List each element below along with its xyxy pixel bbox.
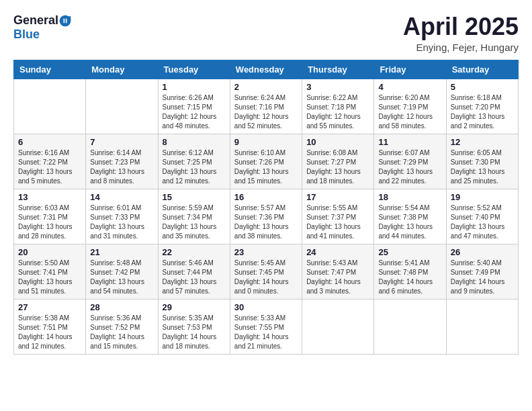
calendar-cell: 3Sunrise: 6:22 AM Sunset: 7:18 PM Daylig… — [302, 79, 374, 134]
day-number: 28 — [90, 302, 153, 312]
calendar-body: 1Sunrise: 6:26 AM Sunset: 7:15 PM Daylig… — [14, 79, 519, 354]
day-info: Sunrise: 5:43 AM Sunset: 7:47 PM Dayligh… — [306, 259, 369, 296]
day-info: Sunrise: 5:35 AM Sunset: 7:53 PM Dayligh… — [163, 314, 226, 351]
calendar-week-3: 13Sunrise: 6:03 AM Sunset: 7:31 PM Dayli… — [14, 189, 519, 244]
calendar-cell: 1Sunrise: 6:26 AM Sunset: 7:15 PM Daylig… — [158, 79, 230, 134]
page-header: General Blue April 2025 Enying, Fejer, H… — [13, 13, 519, 53]
day-info: Sunrise: 6:03 AM Sunset: 7:31 PM Dayligh… — [18, 203, 81, 241]
day-number: 24 — [306, 247, 369, 257]
calendar-cell: 19Sunrise: 5:52 AM Sunset: 7:40 PM Dayli… — [446, 189, 518, 244]
calendar-cell: 18Sunrise: 5:54 AM Sunset: 7:38 PM Dayli… — [374, 189, 446, 244]
calendar-cell: 13Sunrise: 6:03 AM Sunset: 7:31 PM Dayli… — [14, 189, 86, 244]
calendar-cell: 6Sunrise: 6:16 AM Sunset: 7:22 PM Daylig… — [14, 134, 86, 189]
location-title: Enying, Fejer, Hungary — [403, 42, 519, 53]
calendar-cell: 29Sunrise: 5:35 AM Sunset: 7:53 PM Dayli… — [158, 299, 230, 354]
day-number: 13 — [18, 192, 81, 202]
day-number: 30 — [234, 302, 298, 312]
day-number: 25 — [378, 247, 441, 257]
weekday-header-wednesday: Wednesday — [230, 60, 302, 79]
calendar-cell: 25Sunrise: 5:41 AM Sunset: 7:48 PM Dayli… — [374, 244, 446, 299]
day-info: Sunrise: 6:18 AM Sunset: 7:20 PM Dayligh… — [451, 93, 514, 131]
day-number: 8 — [163, 137, 226, 147]
logo-icon — [58, 14, 72, 28]
calendar-cell: 21Sunrise: 5:48 AM Sunset: 7:42 PM Dayli… — [86, 244, 158, 299]
logo-blue-text: Blue — [13, 28, 40, 41]
day-info: Sunrise: 5:40 AM Sunset: 7:49 PM Dayligh… — [451, 259, 514, 296]
day-number: 26 — [451, 247, 514, 257]
calendar-cell — [14, 79, 86, 134]
day-info: Sunrise: 6:14 AM Sunset: 7:23 PM Dayligh… — [90, 148, 153, 186]
calendar-cell: 22Sunrise: 5:46 AM Sunset: 7:44 PM Dayli… — [158, 244, 230, 299]
calendar-cell: 24Sunrise: 5:43 AM Sunset: 7:47 PM Dayli… — [302, 244, 374, 299]
calendar-week-5: 27Sunrise: 5:38 AM Sunset: 7:51 PM Dayli… — [14, 299, 519, 354]
calendar-cell: 7Sunrise: 6:14 AM Sunset: 7:23 PM Daylig… — [86, 134, 158, 189]
day-number: 21 — [90, 247, 153, 257]
weekday-header-sunday: Sunday — [14, 60, 86, 79]
calendar-cell: 17Sunrise: 5:55 AM Sunset: 7:37 PM Dayli… — [302, 189, 374, 244]
day-number: 2 — [234, 82, 298, 92]
day-number: 10 — [306, 137, 369, 147]
day-info: Sunrise: 5:48 AM Sunset: 7:42 PM Dayligh… — [90, 259, 153, 296]
calendar-cell: 14Sunrise: 6:01 AM Sunset: 7:33 PM Dayli… — [86, 189, 158, 244]
day-info: Sunrise: 5:59 AM Sunset: 7:34 PM Dayligh… — [163, 203, 226, 241]
day-number: 23 — [234, 247, 298, 257]
day-number: 20 — [18, 247, 81, 257]
calendar-cell: 9Sunrise: 6:10 AM Sunset: 7:26 PM Daylig… — [230, 134, 302, 189]
day-info: Sunrise: 5:52 AM Sunset: 7:40 PM Dayligh… — [451, 203, 514, 241]
calendar-cell: 2Sunrise: 6:24 AM Sunset: 7:16 PM Daylig… — [230, 79, 302, 134]
day-info: Sunrise: 5:54 AM Sunset: 7:38 PM Dayligh… — [378, 203, 441, 241]
weekday-header-saturday: Saturday — [446, 60, 518, 79]
calendar-cell: 12Sunrise: 6:05 AM Sunset: 7:30 PM Dayli… — [446, 134, 518, 189]
calendar-cell: 28Sunrise: 5:36 AM Sunset: 7:52 PM Dayli… — [86, 299, 158, 354]
calendar-cell: 23Sunrise: 5:45 AM Sunset: 7:45 PM Dayli… — [230, 244, 302, 299]
weekday-header-tuesday: Tuesday — [158, 60, 230, 79]
day-info: Sunrise: 5:46 AM Sunset: 7:44 PM Dayligh… — [163, 259, 226, 296]
day-info: Sunrise: 5:55 AM Sunset: 7:37 PM Dayligh… — [306, 203, 369, 241]
day-info: Sunrise: 6:26 AM Sunset: 7:15 PM Dayligh… — [163, 93, 226, 131]
day-info: Sunrise: 6:07 AM Sunset: 7:29 PM Dayligh… — [378, 148, 441, 186]
day-info: Sunrise: 5:57 AM Sunset: 7:36 PM Dayligh… — [234, 203, 298, 241]
day-info: Sunrise: 5:45 AM Sunset: 7:45 PM Dayligh… — [234, 259, 298, 296]
calendar-week-2: 6Sunrise: 6:16 AM Sunset: 7:22 PM Daylig… — [14, 134, 519, 189]
weekday-header-monday: Monday — [86, 60, 158, 79]
day-info: Sunrise: 6:12 AM Sunset: 7:25 PM Dayligh… — [163, 148, 226, 186]
day-number: 11 — [378, 137, 441, 147]
day-number: 27 — [18, 302, 81, 312]
day-info: Sunrise: 6:24 AM Sunset: 7:16 PM Dayligh… — [234, 93, 298, 131]
logo: General Blue — [13, 13, 72, 42]
calendar-cell: 26Sunrise: 5:40 AM Sunset: 7:49 PM Dayli… — [446, 244, 518, 299]
day-info: Sunrise: 5:50 AM Sunset: 7:41 PM Dayligh… — [18, 259, 81, 296]
calendar-cell — [446, 299, 518, 354]
weekday-header-thursday: Thursday — [302, 60, 374, 79]
day-number: 16 — [234, 192, 298, 202]
calendar-cell: 8Sunrise: 6:12 AM Sunset: 7:25 PM Daylig… — [158, 134, 230, 189]
month-title: April 2025 — [403, 13, 519, 40]
day-info: Sunrise: 6:22 AM Sunset: 7:18 PM Dayligh… — [306, 93, 369, 131]
day-info: Sunrise: 6:16 AM Sunset: 7:22 PM Dayligh… — [18, 148, 81, 186]
calendar-cell: 11Sunrise: 6:07 AM Sunset: 7:29 PM Dayli… — [374, 134, 446, 189]
calendar-cell: 27Sunrise: 5:38 AM Sunset: 7:51 PM Dayli… — [14, 299, 86, 354]
calendar-cell: 4Sunrise: 6:20 AM Sunset: 7:19 PM Daylig… — [374, 79, 446, 134]
day-info: Sunrise: 5:41 AM Sunset: 7:48 PM Dayligh… — [378, 259, 441, 296]
calendar-cell: 5Sunrise: 6:18 AM Sunset: 7:20 PM Daylig… — [446, 79, 518, 134]
calendar-cell: 15Sunrise: 5:59 AM Sunset: 7:34 PM Dayli… — [158, 189, 230, 244]
day-number: 29 — [163, 302, 226, 312]
weekday-header-row: SundayMondayTuesdayWednesdayThursdayFrid… — [14, 60, 519, 79]
day-info: Sunrise: 6:01 AM Sunset: 7:33 PM Dayligh… — [90, 203, 153, 241]
day-number: 22 — [163, 247, 226, 257]
title-block: April 2025 Enying, Fejer, Hungary — [403, 13, 519, 53]
day-info: Sunrise: 5:33 AM Sunset: 7:55 PM Dayligh… — [234, 314, 298, 351]
calendar-cell — [374, 299, 446, 354]
calendar-cell: 20Sunrise: 5:50 AM Sunset: 7:41 PM Dayli… — [14, 244, 86, 299]
day-number: 9 — [234, 137, 298, 147]
day-number: 3 — [306, 82, 369, 92]
day-number: 19 — [451, 192, 514, 202]
day-number: 14 — [90, 192, 153, 202]
day-number: 17 — [306, 192, 369, 202]
day-number: 4 — [378, 82, 441, 92]
calendar-week-1: 1Sunrise: 6:26 AM Sunset: 7:15 PM Daylig… — [14, 79, 519, 134]
day-info: Sunrise: 5:38 AM Sunset: 7:51 PM Dayligh… — [18, 314, 81, 351]
calendar-cell: 16Sunrise: 5:57 AM Sunset: 7:36 PM Dayli… — [230, 189, 302, 244]
calendar-cell — [302, 299, 374, 354]
calendar-cell: 30Sunrise: 5:33 AM Sunset: 7:55 PM Dayli… — [230, 299, 302, 354]
